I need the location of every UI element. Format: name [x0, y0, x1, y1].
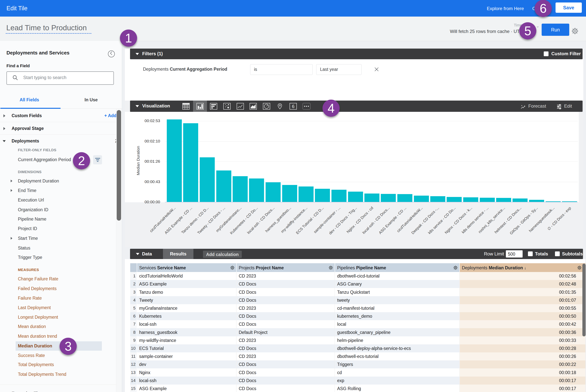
svg-text:6: 6: [292, 104, 295, 109]
